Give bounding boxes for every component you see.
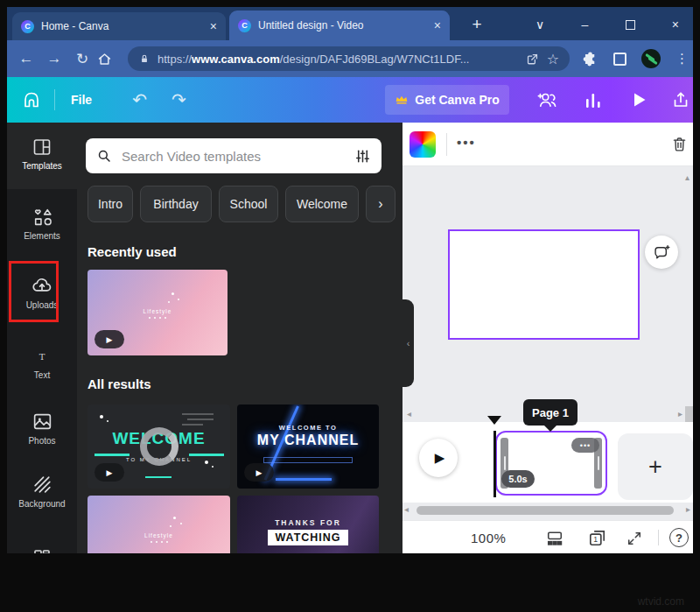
timeline-clip-page-1[interactable]: ••• 5.0s [495, 431, 607, 496]
maximize-icon[interactable] [626, 20, 635, 30]
loading-spinner [140, 427, 178, 466]
pill-intro[interactable]: Intro [88, 186, 133, 222]
back-icon[interactable]: ← [12, 50, 40, 67]
get-canva-pro-button[interactable]: Get Canva Pro [385, 85, 509, 115]
timeline-play-button[interactable]: ▶ [419, 439, 458, 477]
panel-collapse-handle[interactable]: ‹ [402, 299, 414, 387]
new-tab-button[interactable]: + [466, 13, 488, 36]
preview-play-icon[interactable] [628, 89, 649, 110]
add-comment-button[interactable] [645, 236, 678, 269]
template-thumbnail-lifestyle[interactable]: Lifestyle [88, 496, 230, 553]
crown-icon [395, 94, 409, 106]
templates-icon [32, 137, 52, 158]
reload-icon[interactable]: ↻ [68, 50, 96, 68]
template-thumbnail-my-channel[interactable]: WELCOME TO MY CHANNEL ▶ [237, 404, 379, 489]
thumbnail-title: Lifestyle [88, 532, 230, 538]
extension-avatar-icon[interactable] [641, 49, 661, 68]
canvas-scroll-up-icon[interactable]: ▴ [685, 173, 690, 182]
context-toolbar: ••• [402, 123, 693, 166]
more-options-icon[interactable]: ••• [457, 135, 476, 150]
fullscreen-icon[interactable] [626, 530, 643, 547]
canva-app-header: File ↶ ↷ Get Canva Pro [7, 77, 693, 123]
undo-icon[interactable]: ↶ [132, 89, 147, 110]
uploads-annotation-box [9, 261, 59, 322]
side-panel-icon[interactable] [613, 53, 626, 66]
play-icon: ▶ [107, 335, 113, 344]
color-picker-swatch[interactable] [410, 131, 436, 158]
window-close-icon[interactable]: × [672, 18, 679, 32]
browser-window: C Home - Canva × C Untitled design - Vid… [7, 7, 693, 553]
canvas-page[interactable] [448, 229, 640, 340]
playhead-line [494, 431, 496, 497]
forward-icon[interactable]: → [40, 50, 68, 67]
help-button[interactable]: ? [669, 528, 689, 547]
hscrollbar-thumb[interactable] [416, 506, 674, 515]
url-text: https://www.canva.com/design/DAFJd69BLag… [158, 53, 469, 66]
sidebar-item-elements[interactable]: Elements [7, 198, 77, 249]
pills-scroll-right-button[interactable]: › [366, 186, 396, 222]
tab-title: Untitled design - Video [258, 19, 427, 32]
editor-sidebar: Templates Elements Uploads T Text Photos [7, 123, 77, 553]
elements-icon [32, 206, 53, 228]
video-play-badge[interactable]: ▶ [94, 330, 124, 348]
template-thumbnail-thanks-for-watching[interactable]: THANKS FOR WATCHING [237, 496, 379, 553]
video-play-badge[interactable]: ▶ [244, 463, 274, 482]
add-page-button[interactable]: + [618, 433, 693, 500]
bookmark-star-icon[interactable]: ☆ [547, 51, 559, 67]
timeline-scroll-right-icon[interactable]: ▸ [678, 410, 682, 419]
search-icon [96, 148, 112, 164]
chevron-left-icon: ‹ [407, 338, 410, 348]
share-export-icon[interactable] [670, 89, 691, 110]
template-thumbnail-welcome[interactable]: WELCOME TO MY CHANNEL ▶ [88, 404, 230, 489]
trash-icon[interactable] [670, 135, 689, 153]
hscroll-left-icon[interactable]: ◂ [404, 505, 409, 514]
redo-icon[interactable]: ↷ [172, 89, 186, 110]
watermark: wtvid.com [638, 595, 684, 608]
pill-welcome[interactable]: Welcome [285, 186, 359, 222]
browser-menu-chevron-icon[interactable]: ∨ [536, 18, 544, 32]
browser-home-icon[interactable] [96, 51, 124, 67]
hscroll-right-icon[interactable]: ▸ [686, 505, 690, 514]
share-page-icon[interactable] [525, 52, 540, 67]
stats-chart-icon[interactable] [583, 91, 604, 110]
timeline-scroll-left-icon[interactable]: ◂ [407, 410, 411, 419]
filter-sliders-icon[interactable] [354, 148, 371, 165]
play-icon: ▶ [107, 468, 113, 477]
header-divider [54, 89, 55, 110]
tab-close-icon[interactable]: × [210, 20, 217, 32]
sidebar-item-templates[interactable]: Templates [7, 128, 77, 179]
file-menu[interactable]: File [71, 93, 92, 107]
tab-home-canva[interactable]: C Home - Canva × [12, 12, 226, 40]
browser-kebab-menu-icon[interactable]: ⋮ [676, 51, 689, 67]
tab-close-icon[interactable]: × [434, 19, 441, 32]
plus-icon: + [648, 454, 662, 481]
minimize-icon[interactable]: – [582, 18, 589, 32]
zoom-level[interactable]: 100% [471, 531, 506, 545]
playhead-marker[interactable] [487, 416, 501, 425]
hud-decor [182, 413, 214, 415]
address-bar[interactable]: https://www.canva.com/design/DAFJd69BLag… [128, 46, 570, 71]
clip-options-icon[interactable]: ••• [571, 438, 599, 453]
recent-template-thumbnail[interactable]: Lifestyle ▶ [88, 270, 228, 355]
apps-icon [32, 544, 52, 553]
hud-decor [182, 424, 203, 426]
sidebar-item-background[interactable]: Background [7, 466, 77, 517]
sidebar-item-photos[interactable]: Photos [7, 403, 77, 454]
search-bar[interactable] [86, 138, 382, 173]
sidebar-item-more-apps[interactable] [7, 529, 77, 553]
extensions-puzzle-icon[interactable] [582, 51, 598, 67]
teal-bar-decor [94, 454, 130, 456]
canva-home-icon[interactable] [21, 89, 42, 110]
timeline-view-icon[interactable] [545, 530, 564, 547]
pill-birthday[interactable]: Birthday [140, 186, 212, 222]
video-play-badge[interactable]: ▶ [94, 463, 124, 482]
pill-school[interactable]: School [219, 186, 278, 222]
search-input[interactable] [120, 148, 346, 165]
page-tooltip: Page 1 [523, 399, 578, 426]
tab-untitled-design[interactable]: C Untitled design - Video × [229, 11, 450, 40]
add-people-icon[interactable] [536, 88, 559, 111]
sidebar-item-text[interactable]: T Text [7, 338, 77, 389]
pages-view-icon[interactable]: 1 [586, 527, 608, 549]
thumbnail-title: MY CHANNEL [237, 433, 379, 448]
neon-line-decor [276, 478, 332, 481]
